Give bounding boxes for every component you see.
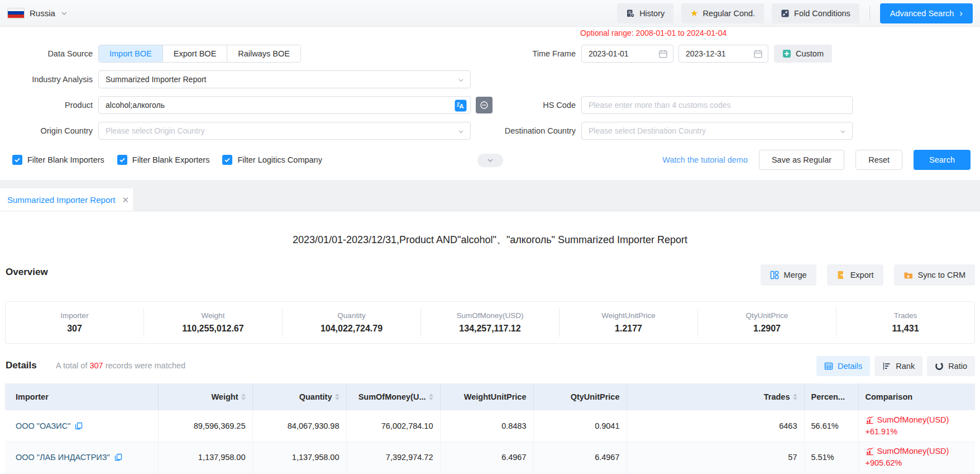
col-trades[interactable]: Trades	[627, 383, 804, 410]
col-sum-of-money[interactable]: SumOfMoney(U...	[346, 383, 440, 410]
trend-chart-icon	[866, 416, 874, 424]
view-rank-button[interactable]: Rank	[874, 356, 922, 376]
quantity-cell: 1,137,958.00	[252, 442, 346, 473]
arrow-right-icon: ›	[959, 8, 963, 18]
history-label: History	[639, 9, 665, 18]
chevron-down-icon	[839, 128, 847, 135]
sort-icon[interactable]	[241, 394, 246, 400]
checkbox-filter-logitics-company[interactable]: Filter Logitics Company	[222, 155, 322, 165]
tab-import-boe[interactable]: Import BOE	[99, 45, 163, 62]
checkbox-filter-blank-exporters[interactable]: Filter Blank Exporters	[117, 155, 210, 165]
col-quantity[interactable]: Quantity	[252, 383, 346, 410]
industry-analysis-select[interactable]: Summarized Importer Report	[98, 70, 471, 88]
calendar-icon[interactable]	[658, 49, 668, 59]
search-button[interactable]: Search	[914, 150, 971, 170]
collapse-conditions-button[interactable]	[477, 154, 503, 167]
view-details-button[interactable]: Details	[816, 356, 870, 376]
custom-label: Custom	[796, 49, 824, 58]
stat-sum-of-money: SumOfMoney(USD)134,257,117.12	[420, 308, 559, 337]
save-as-regular-button[interactable]: Save as Regular	[759, 150, 844, 170]
weight-cell: 89,596,369.25	[158, 410, 252, 442]
sort-icon[interactable]	[335, 394, 340, 400]
data-source-label: Data Source	[0, 45, 93, 63]
checkbox-checked-icon	[222, 155, 232, 165]
comparison-metric[interactable]: SumOfMoney(USD)	[877, 414, 949, 426]
sort-icon[interactable]	[429, 394, 433, 400]
importer-name-link[interactable]: ООО "ОАЗИС"	[16, 421, 70, 430]
merge-icon	[770, 271, 779, 279]
checkbox-checked-icon	[117, 155, 127, 165]
industry-analysis-value: Summarized Importer Report	[106, 75, 207, 84]
regular-cond-button[interactable]: ★ Regular Cond.	[681, 3, 764, 23]
qty-unit-price-cell: 6.4967	[533, 442, 627, 473]
reset-button[interactable]: Reset	[855, 150, 902, 170]
translate-icon[interactable]: A	[455, 99, 467, 112]
origin-country-select[interactable]: Please select Origin Country	[98, 122, 471, 140]
sort-icon[interactable]	[793, 394, 797, 400]
close-icon[interactable]: ✕	[122, 196, 129, 204]
tab-title: Summarized Importer Report	[7, 195, 115, 205]
view-rank-label: Rank	[896, 362, 915, 371]
weight-cell: 1,137,958.00	[158, 442, 252, 473]
stat-weight: Weight110,255,012.67	[144, 308, 282, 337]
comparison-metric[interactable]: SumOfMoney(USD)	[877, 445, 949, 457]
col-percent: Percen...	[804, 383, 858, 410]
tab-summarized-importer-report[interactable]: Summarized Importer Report ✕	[0, 188, 134, 211]
destination-country-select[interactable]: Please select Destination Country	[581, 122, 853, 140]
importer-name-link[interactable]: ООО "ЛАБ ИНДАСТРИЗ"	[16, 453, 110, 462]
col-weight[interactable]: Weight	[158, 383, 252, 410]
overview-stats-card: Importer307 Weight110,255,012.67 Quantit…	[5, 301, 975, 344]
data-source-tabs: Import BOE Export BOE Railways BOE	[98, 45, 301, 63]
row-countries: Origin Country Please select Origin Coun…	[0, 122, 980, 140]
product-input[interactable]	[99, 97, 470, 113]
destination-country-placeholder: Please select Destination Country	[589, 126, 706, 135]
stat-importer: Importer307	[6, 308, 144, 337]
checkbox-filter-blank-importers[interactable]: Filter Blank Importers	[12, 155, 104, 165]
tab-export-boe[interactable]: Export BOE	[163, 45, 228, 62]
table-header-row: Importer Weight Quantity SumOfMoney(U...…	[5, 383, 975, 410]
custom-range-button[interactable]: Custom	[774, 45, 832, 63]
product-label: Product	[0, 96, 93, 114]
hs-code-input[interactable]	[582, 97, 852, 113]
view-ratio-button[interactable]: Ratio	[927, 356, 975, 376]
topbar-divider	[869, 6, 870, 21]
hs-code-field	[581, 96, 853, 114]
col-qty-unit-price: QtyUnitPrice	[533, 383, 627, 410]
origin-country-label: Origin Country	[0, 122, 93, 140]
tab-railways-boe[interactable]: Railways BOE	[227, 45, 300, 62]
tutorial-link[interactable]: Watch the tutorial demo	[662, 155, 748, 164]
trades-cell: 6463	[627, 410, 804, 442]
sync-to-crm-label: Sync to CRM	[918, 271, 965, 279]
trades-cell: 57	[627, 442, 804, 473]
form-actions: Watch the tutorial demo Save as Regular …	[662, 150, 971, 170]
comparison-change: +61.91%	[866, 426, 969, 438]
advanced-search-button[interactable]: Advanced Search ›	[880, 3, 973, 23]
quantity-cell: 84,067,930.98	[252, 410, 346, 442]
export-button[interactable]: Export	[827, 264, 883, 286]
time-end-field	[678, 45, 768, 63]
chevron-down-icon	[457, 77, 465, 84]
checkbox-label: Filter Blank Exporters	[132, 155, 210, 164]
total-suffix: records were matched	[106, 361, 185, 370]
chevron-down-icon	[60, 10, 68, 17]
comparison-cell: SumOfMoney(USD) +905.62%	[858, 442, 975, 473]
fold-conditions-button[interactable]: Fold Conditions	[772, 3, 859, 23]
calendar-icon[interactable]	[753, 49, 763, 59]
col-importer: Importer	[5, 383, 158, 410]
copy-icon[interactable]	[75, 422, 83, 430]
hs-code-label: HS Code	[481, 96, 576, 114]
checkbox-label: Filter Blank Importers	[27, 155, 104, 164]
filter-checkboxes: Filter Blank Importers Filter Blank Expo…	[12, 150, 322, 170]
country-selector[interactable]: Russia	[7, 8, 68, 19]
view-details-label: Details	[838, 362, 862, 371]
export-label: Export	[850, 271, 874, 279]
rank-icon	[882, 362, 891, 371]
copy-icon[interactable]	[114, 453, 122, 461]
history-button[interactable]: History	[617, 3, 673, 23]
row-filters-actions: Filter Blank Importers Filter Blank Expo…	[0, 150, 980, 170]
page: Russia History ★ Regular Cond. Fold Cond…	[0, 0, 980, 474]
destination-country-label: Destination Country	[481, 122, 576, 140]
sync-to-crm-button[interactable]: Sync to CRM	[894, 264, 975, 286]
details-table: Importer Weight Quantity SumOfMoney(U...…	[5, 383, 975, 473]
merge-button[interactable]: Merge	[761, 264, 816, 286]
